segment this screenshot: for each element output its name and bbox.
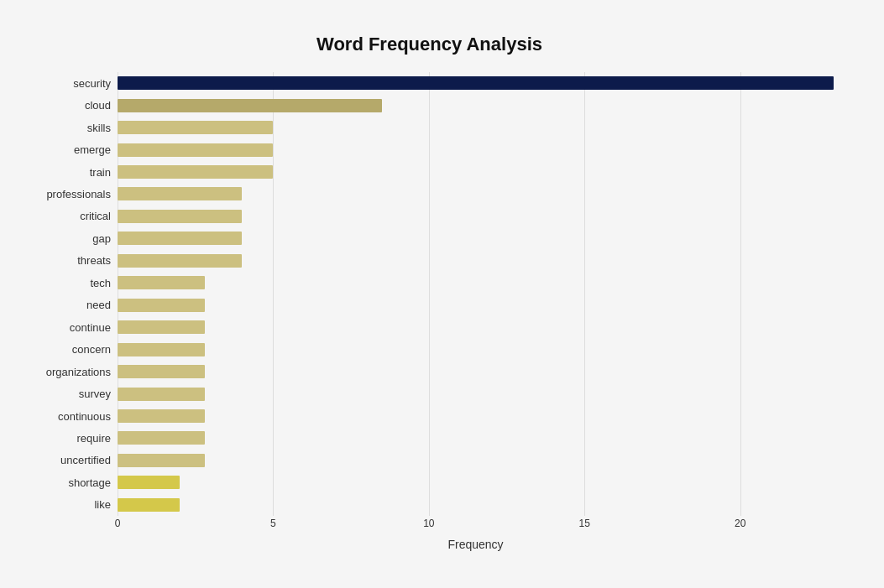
bar-row [118,316,834,338]
bar [118,165,273,179]
bar [118,320,205,334]
bar [118,431,205,445]
chart-title: Word Frequency Analysis [25,34,834,55]
bar [118,388,205,401]
bar-row [118,494,834,516]
bar-row [118,72,834,94]
y-label: gap [25,227,111,249]
bar [118,143,273,157]
bar-row [118,471,834,493]
y-label: organizations [25,361,111,382]
bar [118,276,205,289]
bar [118,254,242,268]
bar [118,76,834,90]
bar-row [118,94,834,116]
bar-row [118,427,834,449]
bar-row [118,272,834,294]
bar [118,498,180,512]
y-label: concern [25,338,111,360]
bar [118,187,242,200]
x-tick: 0 [109,518,126,529]
y-label: cloud [25,94,111,116]
y-label: continuous [25,405,111,427]
y-label: emerge [25,138,111,160]
bar [118,99,382,112]
y-label: train [25,161,111,183]
bar-row [118,138,834,160]
y-label: professionals [25,183,111,205]
bar-row [118,250,834,272]
y-label: uncertified [25,450,111,471]
y-label: critical [25,206,111,227]
y-label: shortage [25,471,111,493]
bar-row [118,450,834,471]
bar-row [118,382,834,404]
bar-row [118,183,834,205]
bar [118,210,242,223]
bar [118,454,205,467]
x-tick: 15 [576,518,593,529]
chart-container: Word Frequency Analysis securitycloudski… [17,17,867,588]
y-axis: securitycloudskillsemergetrainprofession… [25,72,118,516]
x-tick: 10 [421,518,437,529]
bar [118,232,242,245]
y-label: security [25,72,111,94]
bar-row [118,117,834,138]
y-label: need [25,294,111,316]
bar [118,476,180,489]
bar [118,121,273,134]
bar [118,409,205,423]
bar-row [118,206,834,227]
bar [118,343,205,356]
x-axis-ticks: 05101520 [118,518,834,534]
bar-row [118,338,834,360]
bar-row [118,161,834,183]
x-tick: 5 [264,518,281,529]
y-label: require [25,427,111,449]
y-label: tech [25,272,111,294]
y-label: continue [25,316,111,338]
y-label: threats [25,250,111,272]
x-tick: 20 [732,518,749,529]
x-axis-label: Frequency [118,538,834,551]
bar-row [118,227,834,249]
y-label: like [25,494,111,516]
y-label: survey [25,382,111,404]
bar-row [118,405,834,427]
bar-row [118,294,834,316]
bar [118,299,205,312]
bar-row [118,361,834,382]
bar [118,365,205,378]
y-label: skills [25,117,111,138]
